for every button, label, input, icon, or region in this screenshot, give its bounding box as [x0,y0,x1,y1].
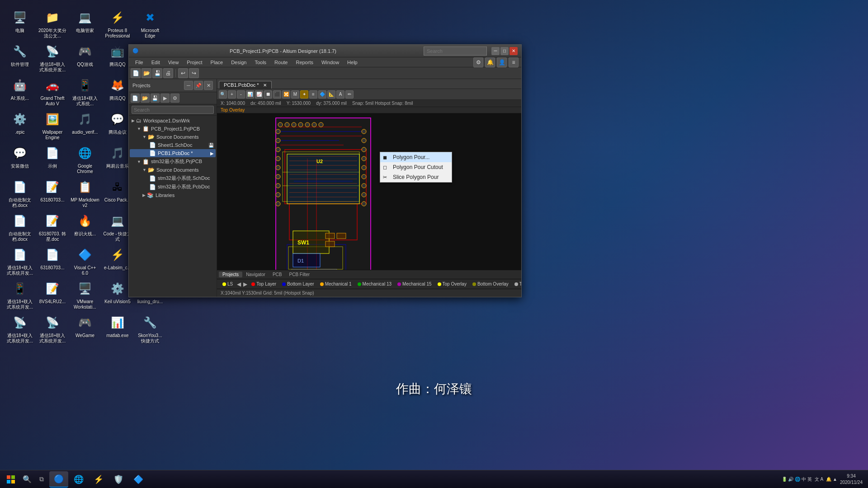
pcb-tool-6[interactable]: 🔲 [264,90,272,99]
layer-mech13[interactable]: Mechanical 13 [355,281,394,287]
desktop-icon[interactable]: 📁 2020年大奖分流公文... [36,7,69,41]
desktop-icon-gta[interactable]: 🚗 Grand Theft Auto V [36,75,69,108]
layer-top-paste[interactable]: Top Paste [512,281,521,287]
pcb-tool-4[interactable]: 📊 [246,90,254,99]
layer-ls[interactable]: LS [220,281,236,287]
layer-bottom-overlay[interactable]: Bottom Overlay [470,281,511,287]
pcb-tool-8[interactable]: 🔀 [282,90,290,99]
taskbar-proteus[interactable]: ⚡ [89,471,108,488]
start-button[interactable] [2,470,20,488]
desktop-icon-audio[interactable]: 🎵 audio_verif... [69,108,101,137]
nav-tab-pcbfilter[interactable]: PCB Filter [286,272,314,277]
desktop-icon[interactable]: 📄 通信18+联入式系统开发... [4,244,36,278]
desktop-icon[interactable]: 📡 通信18+联入式系统开发... [36,312,69,346]
tree-item-project2[interactable]: ▼ 📋 stm32最小系统.PrjPCB [130,157,216,166]
projects-search-input[interactable] [132,106,214,114]
pcb-tab-active[interactable]: PCB1.PcbDoc * ✕ [219,81,272,89]
desktop-icon[interactable]: 📄 自动批制文档.docx [4,210,36,244]
menu-project[interactable]: Project [183,59,206,66]
tree-item-project1[interactable]: ▼ 📋 PCB_Project1.PrjPCB [130,125,216,133]
pcb-tool-11[interactable]: ≡ [309,90,317,99]
tree-item-schDoc2[interactable]: 📄 stm32最小系统.SchDoc [130,174,216,183]
desktop-icon-wechat[interactable]: 💬 安装微信 [4,142,36,171]
proj-compile-btn[interactable]: ▶ [160,94,170,103]
task-view-button[interactable]: ⧉ [34,472,49,487]
taskbar-search-button[interactable]: 🔍 [20,472,34,487]
toolbar-btn-2[interactable]: 📂 [142,68,151,78]
toolbar-btn-1[interactable]: 📄 [131,68,141,78]
menu-window[interactable]: Window [318,59,343,66]
desktop-icon-skonyou[interactable]: 🔧 SkonYou3... 快捷方式 [134,312,166,346]
pcb-tool-3[interactable]: - [237,90,245,99]
desktop-icon-fire[interactable]: 🔥 察识火线... [69,210,101,239]
minimize-button[interactable]: ─ [491,47,500,55]
ctx-polygon-cutout[interactable]: ◻ Polygon Pour Cutout [380,162,452,172]
close-button[interactable]: ✕ [509,47,518,55]
user-button[interactable]: 👤 [497,57,507,67]
desktop-icon[interactable]: 📱 通信18+联入式系统... [69,75,101,108]
desktop-icon-wegame[interactable]: 🎮 WeGame [69,312,101,340]
desktop-icon[interactable]: 📡 通信18+联入式系统开发... [36,41,69,75]
ctx-slice-polygon[interactable]: ✂ Slice Polygon Pour [380,172,452,182]
pcb-tool-5[interactable]: 📈 [255,90,263,99]
menu-reports[interactable]: Reports [292,59,317,66]
desktop-icon-vmware[interactable]: 🖥️ VMware Workstati... [69,278,101,312]
desktop-icon-chrome[interactable]: 🌐 Google Chrome [69,142,101,176]
layer-top-overlay[interactable]: Top Overlay [435,281,469,287]
tree-item-source-docs[interactable]: ▼ 📂 Source Documents [130,133,216,141]
desktop-icon-matlab[interactable]: 📊 matlab.exe [101,312,134,340]
tree-item-pcbDoc2[interactable]: 📄 stm32最小系统.PcbDoc [130,183,216,191]
toolbar-btn-4[interactable]: 🖨 [163,68,173,78]
taskbar-chrome[interactable]: 🌐 [69,471,88,488]
desktop-icon-qq[interactable]: 🎮 QQ游戏 [69,41,101,69]
proj-open-btn[interactable]: 📂 [141,94,150,103]
tab-close-btn[interactable]: ✕ [263,83,267,88]
layer-bottom[interactable]: Bottom Layer [279,281,316,287]
desktop-icon[interactable]: 🔧 软件管理 [4,41,36,69]
proj-settings-btn[interactable]: ⚙ [170,94,179,103]
pcb-tool-7[interactable]: ⬛ [273,90,281,99]
proj-new-btn[interactable]: 📄 [131,94,140,103]
proj-save-btn[interactable]: 💾 [151,94,160,103]
desktop-icon[interactable]: 📄 自动批制文档.docx [4,176,36,210]
pcb-tool-15[interactable]: ✏ [345,90,354,99]
layer-top[interactable]: Top Layer [249,281,279,287]
layer-mech1[interactable]: Mechanical 1 [317,281,354,287]
toolbar-undo[interactable]: ↩ [178,68,188,78]
menu-tools[interactable]: Tools [251,59,270,66]
proj-minimize-btn[interactable]: ─ [184,81,193,90]
desktop-icon[interactable]: 📝 63180703. 韩星.doc [36,210,69,244]
taskbar-app4[interactable]: 🛡️ [109,471,128,488]
taskbar-altium[interactable]: 🔵 [49,471,68,488]
desktop-icon[interactable]: 📝 63180703... [36,176,69,205]
desktop-icon[interactable]: 📄 63180703... [36,244,69,272]
menu-edit[interactable]: Edit [148,59,164,66]
layer-mech15[interactable]: Mechanical 15 [395,281,434,287]
desktop-icon-mp[interactable]: 📋 MP Markdown v2 [69,176,101,210]
tree-item-libraries[interactable]: ▶ 📚 Libraries [130,191,216,199]
desktop-icon-word[interactable]: 📄 示例 [36,142,69,171]
proj-pin-btn[interactable]: 📌 [194,81,203,90]
desktop-icon-edge[interactable]: ✖ Microsoft Edge [134,7,166,41]
title-search-input[interactable] [424,47,487,56]
pcb-tool-12[interactable]: 🔷 [318,90,326,99]
menu-design[interactable]: Design [227,59,250,66]
notify-button[interactable]: 🔔 [485,57,495,67]
layer-scroll-left[interactable]: ◀ [237,281,241,287]
pcb-tool-1[interactable]: 🔍 [219,90,227,99]
tree-item-pcbDoc[interactable]: 📄 PCB1.PcbDoc * ▶ [130,149,216,157]
pcb-tool-10[interactable]: ✦ [300,90,308,99]
nav-tab-projects[interactable]: Projects [219,272,242,277]
menu-place[interactable]: Place [207,59,227,66]
toolbar-btn-3[interactable]: 💾 [152,68,162,78]
menu-help[interactable]: Help [344,59,361,66]
nav-tab-pcb[interactable]: PCB [269,272,286,277]
pcb-tool-2[interactable]: + [228,90,236,99]
desktop-icon[interactable]: 🖥️ 电脑 [4,7,36,35]
desktop-icon-wallpaper[interactable]: 🖼️ Wallpaper Engine [36,108,69,142]
desktop-icon-epic[interactable]: ⚙️ .epic [4,108,36,137]
menu-route[interactable]: Route [271,59,291,66]
desktop-icon-vcpp[interactable]: 🔷 Visual C++ 6.0 [69,244,101,278]
pcb-canvas[interactable]: U2 [217,113,521,270]
pcb-tool-14[interactable]: A [336,90,344,99]
